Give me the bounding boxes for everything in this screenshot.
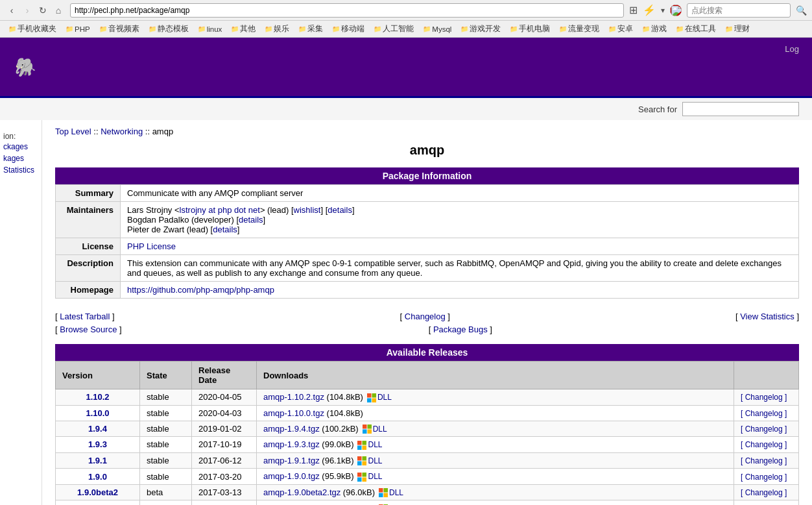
dll-link-0[interactable]: DLL bbox=[377, 393, 392, 402]
release-changelog-link-1[interactable]: [ Changelog ] bbox=[741, 409, 787, 418]
bookmark-label-17: 理财 bbox=[734, 24, 750, 34]
bookmark-label-2: 音视频素 bbox=[108, 24, 139, 34]
site-header: 🐘 Log bbox=[0, 38, 812, 96]
bookmark-item-16[interactable]: 📁 在线工具 bbox=[673, 23, 719, 35]
breadcrumb-sep1: :: bbox=[93, 127, 101, 136]
release-download-link-2[interactable]: amqp-1.9.4.tgz bbox=[263, 424, 320, 434]
bookmark-item-6[interactable]: 📁 娱乐 bbox=[261, 23, 293, 35]
folder-icon-0: 📁 bbox=[8, 25, 16, 32]
sidebar-item-packages[interactable]: ckages bbox=[3, 141, 38, 153]
bookmark-item-0[interactable]: 📁 手机收藏夹 bbox=[5, 23, 60, 35]
bookmark-item-11[interactable]: 📁 游戏开发 bbox=[457, 23, 504, 35]
package-bugs-link[interactable]: Package Bugs bbox=[433, 325, 488, 334]
releases-header-row: Version State Release Date Downloads bbox=[56, 362, 799, 389]
release-version-link-0[interactable]: 1.10.2 bbox=[86, 392, 109, 402]
address-bar[interactable] bbox=[70, 3, 624, 18]
homepage-link[interactable]: https://github.com/php-amqp/php-amqp bbox=[127, 285, 274, 295]
release-changelog-link-0[interactable]: [ Changelog ] bbox=[741, 393, 787, 402]
release-version-1: 1.10.0 bbox=[56, 405, 140, 421]
login-link[interactable]: Log bbox=[785, 44, 799, 54]
maintainer-1-wishlist[interactable]: wishlist bbox=[294, 205, 321, 215]
maintainer-2-details[interactable]: details bbox=[239, 215, 263, 225]
back-button[interactable]: ‹ bbox=[5, 4, 18, 17]
release-changelog-6: [ Changelog ] bbox=[734, 484, 799, 500]
bookmark-item-15[interactable]: 📁 游戏 bbox=[639, 23, 670, 35]
breadcrumb-networking[interactable]: Networking bbox=[101, 127, 143, 136]
windows-icon-3 bbox=[357, 441, 366, 450]
release-changelog-link-2[interactable]: [ Changelog ] bbox=[741, 425, 787, 434]
folder-icon-14: 📁 bbox=[608, 25, 616, 32]
changelog-link[interactable]: Changelog bbox=[405, 312, 446, 321]
bookmark-label-15: 游戏 bbox=[651, 24, 667, 34]
release-date-2: 2019-01-02 bbox=[192, 421, 257, 437]
svg-rect-2 bbox=[367, 398, 372, 402]
apps-icon: ⊞ bbox=[629, 4, 638, 16]
bookmark-item-7[interactable]: 📁 采集 bbox=[295, 23, 326, 35]
release-changelog-link-6[interactable]: [ Changelog ] bbox=[741, 488, 787, 497]
bookmark-label-16: 在线工具 bbox=[685, 24, 716, 34]
bookmark-item-17[interactable]: 📁 理财 bbox=[722, 23, 753, 35]
dll-link-2[interactable]: DLL bbox=[373, 425, 387, 434]
bookmark-item-3[interactable]: 📁 静态模板 bbox=[145, 23, 192, 35]
sidebar-section-label: ion: bbox=[3, 132, 38, 141]
release-download-link-5[interactable]: amqp-1.9.0.tgz bbox=[263, 471, 320, 481]
folder-icon-12: 📁 bbox=[510, 25, 518, 32]
bookmark-item-8[interactable]: 📁 移动端 bbox=[329, 23, 368, 35]
bookmark-label-4: linux bbox=[207, 25, 222, 33]
browse-source-link[interactable]: Browse Source bbox=[60, 325, 117, 334]
release-changelog-link-3[interactable]: [ Changelog ] bbox=[741, 440, 787, 449]
summary-value: Communicate with any AMQP compliant serv… bbox=[121, 185, 799, 202]
bookmark-item-1[interactable]: 📁 PHP bbox=[62, 24, 93, 34]
release-download-link-0[interactable]: amqp-1.10.2.tgz bbox=[263, 392, 324, 402]
bookmark-item-2[interactable]: 📁 音视频素 bbox=[96, 23, 143, 35]
release-downloads-7: amqp-1.9.0beta1.tgz (95.9kB) DLL bbox=[257, 500, 734, 505]
maintainer-3-details[interactable]: details bbox=[213, 225, 237, 234]
bookmark-item-5[interactable]: 📁 其他 bbox=[228, 23, 259, 35]
release-version-link-3[interactable]: 1.9.3 bbox=[88, 439, 107, 449]
browser-search-input[interactable] bbox=[687, 3, 791, 18]
forward-button[interactable]: › bbox=[21, 4, 34, 17]
reload-button[interactable]: ↻ bbox=[36, 4, 49, 17]
latest-tarball-link[interactable]: Latest Tarball bbox=[60, 312, 110, 321]
folder-icon-4: 📁 bbox=[198, 25, 206, 32]
sidebar-item-packages2[interactable]: kages bbox=[3, 153, 38, 164]
view-statistics-link[interactable]: View Statistics bbox=[740, 312, 794, 321]
sidebar-item-statistics[interactable]: Statistics bbox=[3, 164, 38, 176]
bookmark-label-12: 手机电脑 bbox=[519, 24, 550, 34]
bookmark-item-9[interactable]: 📁 人工智能 bbox=[370, 23, 417, 35]
dll-link-3[interactable]: DLL bbox=[368, 440, 382, 449]
svg-rect-8 bbox=[357, 441, 362, 445]
maintainer-1-details[interactable]: details bbox=[328, 205, 352, 215]
dll-link-5[interactable]: DLL bbox=[368, 472, 382, 481]
bookmark-item-10[interactable]: 📁 Mysql bbox=[420, 24, 455, 34]
maintainers-label: Maintainers bbox=[56, 202, 121, 238]
release-changelog-link-4[interactable]: [ Changelog ] bbox=[741, 456, 787, 465]
bookmark-label-8: 移动端 bbox=[341, 24, 364, 34]
release-download-link-3[interactable]: amqp-1.9.3.tgz bbox=[263, 439, 320, 449]
summary-label: Summary bbox=[56, 185, 121, 202]
bookmark-item-13[interactable]: 📁 流量变现 bbox=[556, 23, 603, 35]
release-download-link-4[interactable]: amqp-1.9.1.tgz bbox=[263, 456, 320, 465]
dll-link-4[interactable]: DLL bbox=[368, 456, 382, 465]
site-logo: 🐘 bbox=[13, 56, 36, 78]
release-version-link-2[interactable]: 1.9.4 bbox=[88, 424, 107, 434]
license-link[interactable]: PHP License bbox=[127, 241, 176, 251]
maintainer-1-email[interactable]: lstrojny at php dot net bbox=[180, 205, 260, 215]
dll-link-6[interactable]: DLL bbox=[389, 488, 403, 497]
breadcrumb-toplevel[interactable]: Top Level bbox=[55, 127, 91, 136]
release-version-link-5[interactable]: 1.9.0 bbox=[88, 472, 107, 482]
release-version-link-6[interactable]: 1.9.0beta2 bbox=[77, 487, 118, 497]
site-search-input[interactable] bbox=[682, 102, 799, 116]
release-download-link-6[interactable]: amqp-1.9.0beta2.tgz bbox=[263, 487, 340, 497]
bookmark-item-14[interactable]: 📁 安卓 bbox=[605, 23, 636, 35]
home-button[interactable]: ⌂ bbox=[52, 4, 65, 17]
release-date-1: 2020-04-03 bbox=[192, 405, 257, 421]
release-changelog-link-5[interactable]: [ Changelog ] bbox=[741, 473, 787, 482]
bookmark-item-12[interactable]: 📁 手机电脑 bbox=[507, 23, 553, 35]
sidebar: ion: ckages kages Statistics bbox=[0, 120, 42, 505]
release-download-link-1[interactable]: amqp-1.10.0.tgz bbox=[263, 408, 324, 418]
bookmark-item-4[interactable]: 📁 linux bbox=[195, 24, 226, 34]
release-version-link-4[interactable]: 1.9.1 bbox=[88, 456, 107, 465]
release-version-link-1[interactable]: 1.10.0 bbox=[86, 408, 109, 418]
release-changelog-2: [ Changelog ] bbox=[734, 421, 799, 437]
